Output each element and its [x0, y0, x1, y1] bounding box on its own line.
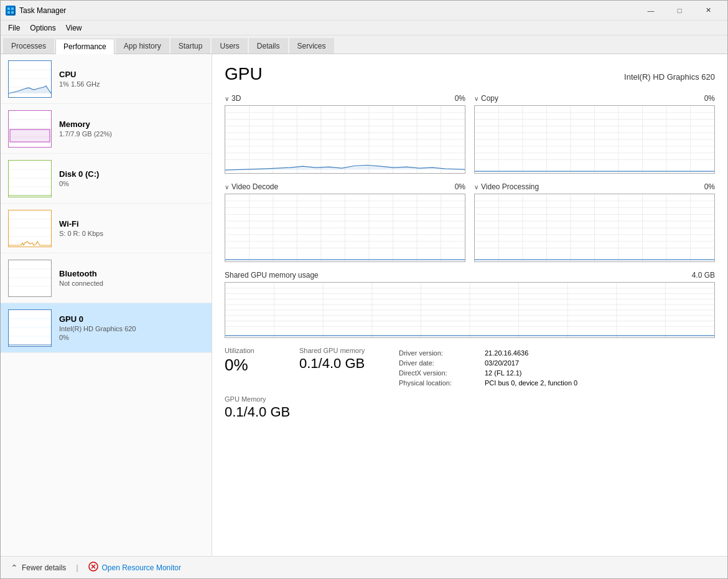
driver-version-val: 21.20.16.4636 [485, 349, 528, 357]
svg-rect-3 [11, 11, 14, 14]
tab-bar: Processes Performance App history Startu… [1, 35, 727, 54]
utilization-value: 0% [225, 355, 287, 375]
charts-grid: ∨ 3D 0% [225, 94, 715, 262]
chart-video-decode: ∨ Video Decode 0% [225, 182, 465, 262]
directx-key: DirectX version: [399, 369, 480, 377]
open-resource-monitor-button[interactable]: Open Resource Monitor [88, 562, 181, 573]
open-resource-monitor-label: Open Resource Monitor [102, 563, 181, 572]
physical-row: Physical location: PCI bus 0, device 2, … [399, 379, 577, 387]
cpu-info: CPU 1% 1.56 GHz [59, 70, 204, 88]
utilization-group: Utilization 0% [225, 347, 287, 389]
fewer-details-icon: ⌃ [11, 563, 18, 573]
svg-rect-2 [7, 11, 10, 14]
chart-3d-label-row: ∨ 3D 0% [225, 94, 465, 103]
gpu-mem-value: 0.1/4.0 GB [225, 404, 715, 420]
gpu-thumbnail [8, 309, 52, 347]
sidebar-item-gpu[interactable]: GPU 0 Intel(R) HD Graphics 620 0% [1, 303, 212, 353]
chart-copy-percent: 0% [704, 94, 715, 103]
minimize-button[interactable]: — [637, 1, 665, 21]
driver-date-key: Driver date: [399, 359, 480, 367]
gpu-label: GPU 0 [59, 314, 204, 324]
chart-copy-label-row: ∨ Copy 0% [474, 94, 715, 103]
shared-memory-max: 4.0 GB [692, 271, 715, 280]
tab-services[interactable]: Services [289, 38, 334, 54]
fewer-details-button[interactable]: ⌃ Fewer details [11, 563, 66, 573]
memory-detail: 1.7/7.9 GB (22%) [59, 130, 204, 138]
tab-startup[interactable]: Startup [170, 38, 211, 54]
driver-version-key: Driver version: [399, 349, 480, 357]
gpu-info: GPU 0 Intel(R) HD Graphics 620 0% [59, 314, 204, 341]
disk-detail: 0% [59, 180, 204, 187]
shared-memory-chart [225, 282, 715, 338]
chart-video-processing-percent: 0% [704, 182, 715, 191]
directx-row: DirectX version: 12 (FL 12.1) [399, 369, 577, 377]
sidebar-item-disk[interactable]: Disk 0 (C:) 0% [1, 154, 212, 204]
window-controls: — □ ✕ [637, 1, 722, 21]
chart-video-processing-box [474, 194, 715, 262]
gpu-header: GPU Intel(R) HD Graphics 620 [225, 64, 715, 84]
chart-video-processing: ∨ Video Processing 0% [474, 182, 715, 262]
info-block: Driver version: 21.20.16.4636 Driver dat… [399, 347, 715, 389]
memory-info: Memory 1.7/7.9 GB (22%) [59, 120, 204, 138]
menu-view[interactable]: View [61, 22, 87, 34]
fewer-details-label: Fewer details [22, 563, 66, 572]
gpu-title: GPU [225, 64, 263, 84]
gpu-mem-label: GPU Memory [225, 395, 715, 403]
sidebar-item-bluetooth[interactable]: Bluetooth Not connected [1, 253, 212, 303]
chevron-decode-icon: ∨ [225, 184, 229, 191]
tab-processes[interactable]: Processes [3, 38, 54, 54]
chart-video-processing-label-row: ∨ Video Processing 0% [474, 182, 715, 191]
svg-rect-10 [10, 129, 50, 142]
maximize-button[interactable]: □ [665, 1, 694, 21]
bluetooth-info: Bluetooth Not connected [59, 269, 204, 287]
sidebar-item-memory[interactable]: Memory 1.7/7.9 GB (22%) [1, 104, 212, 154]
memory-label: Memory [59, 120, 204, 129]
stats-info-row: Utilization 0% Shared GPU memory 0.1/4.0… [225, 347, 715, 389]
disk-label: Disk 0 (C:) [59, 169, 204, 179]
tab-performance[interactable]: Performance [55, 39, 114, 54]
footer-divider: | [76, 563, 78, 572]
task-manager-window: Task Manager — □ ✕ File Options View Pro… [0, 0, 728, 579]
menu-file[interactable]: File [3, 22, 25, 34]
shared-memory-section: Shared GPU memory usage 4.0 GB [225, 271, 715, 338]
chart-copy: ∨ Copy 0% [474, 94, 715, 174]
gpu-detail1: Intel(R) HD Graphics 620 [59, 325, 204, 332]
menu-options[interactable]: Options [25, 22, 60, 34]
disk-info: Disk 0 (C:) 0% [59, 169, 204, 187]
resource-monitor-icon [88, 562, 98, 573]
sidebar-item-cpu[interactable]: CPU 1% 1.56 GHz [1, 54, 212, 104]
svg-rect-1 [11, 7, 14, 10]
sidebar-item-wifi[interactable]: Wi-Fi S: 0 R: 0 Kbps [1, 204, 212, 253]
chart-video-decode-percent: 0% [455, 182, 465, 191]
bluetooth-thumbnail [8, 260, 52, 297]
wifi-label: Wi-Fi [59, 219, 204, 228]
wifi-thumbnail [8, 210, 52, 247]
tab-details[interactable]: Details [249, 38, 288, 54]
chart-video-decode-label-row: ∨ Video Decode 0% [225, 182, 465, 191]
svg-rect-0 [7, 7, 10, 10]
chevron-3d-icon: ∨ [225, 95, 229, 102]
disk-thumbnail [8, 160, 52, 197]
main-panel: GPU Intel(R) HD Graphics 620 ∨ 3D 0% [212, 54, 727, 556]
gpu-subtitle: Intel(R) HD Graphics 620 [624, 72, 715, 82]
chart-3d-label: ∨ 3D [225, 94, 241, 103]
tab-app-history[interactable]: App history [116, 38, 169, 54]
physical-val: PCI bus 0, device 2, function 0 [485, 379, 577, 387]
menu-bar: File Options View [1, 21, 727, 35]
cpu-detail: 1% 1.56 GHz [59, 80, 204, 88]
chart-copy-box [474, 105, 715, 174]
chevron-processing-icon: ∨ [474, 184, 478, 191]
bluetooth-label: Bluetooth [59, 269, 204, 278]
chart-video-processing-label: ∨ Video Processing [474, 182, 539, 191]
tab-users[interactable]: Users [212, 38, 247, 54]
directx-val: 12 (FL 12.1) [485, 369, 522, 377]
close-button[interactable]: ✕ [694, 1, 722, 21]
title-bar: Task Manager — □ ✕ [1, 1, 727, 21]
shared-mem-label: Shared GPU memory [299, 347, 386, 354]
shared-mem-group: Shared GPU memory 0.1/4.0 GB [299, 347, 386, 389]
driver-date-val: 03/20/2017 [485, 359, 519, 367]
chart-video-decode-box [225, 194, 465, 262]
memory-thumbnail [8, 110, 52, 148]
physical-key: Physical location: [399, 379, 480, 387]
cpu-label: CPU [59, 70, 204, 79]
